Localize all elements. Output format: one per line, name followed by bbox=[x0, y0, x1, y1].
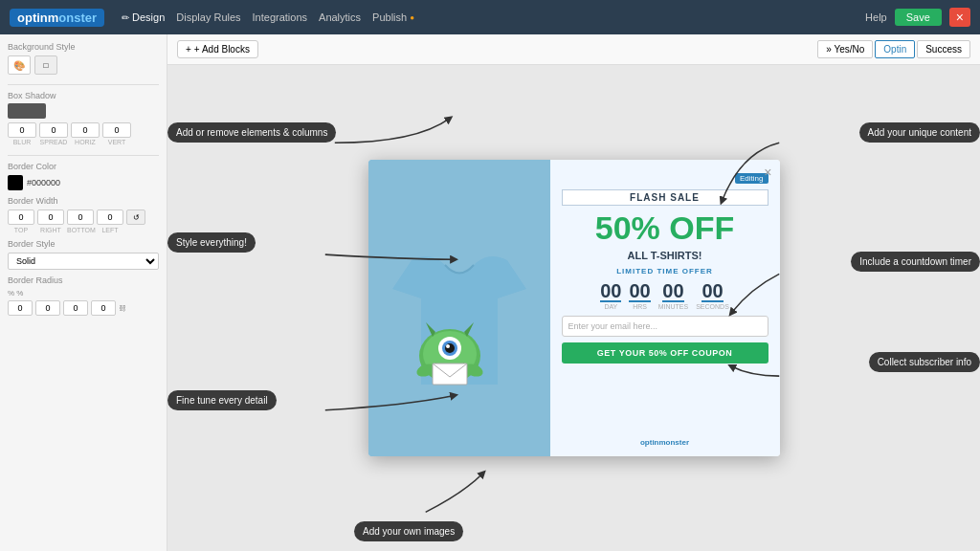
border-left-input[interactable] bbox=[97, 209, 123, 225]
success-tab[interactable]: Success bbox=[917, 40, 970, 58]
shadow-vertical-label: VERT bbox=[108, 139, 126, 145]
pencil-icon: ✏ bbox=[122, 12, 129, 23]
background-style-section: Background Style 🎨 □ bbox=[8, 42, 159, 75]
box-shadow-label: Box Shadow bbox=[8, 91, 159, 100]
nav-integrations[interactable]: Integrations bbox=[253, 11, 307, 23]
callout-subscriber: Collect subscriber info bbox=[869, 352, 980, 372]
br-topright-input[interactable] bbox=[35, 300, 60, 316]
footer-brand: optinmonster bbox=[640, 438, 689, 447]
shadow-inputs: BLUR SPREAD HORIZ VERT bbox=[8, 122, 159, 145]
countdown-hrs-label: HRS bbox=[633, 303, 647, 310]
shadow-vertical-input[interactable] bbox=[102, 122, 131, 138]
box-shadow-section: Box Shadow BLUR SPREAD HORIZ bbox=[8, 91, 159, 145]
shadow-vertical-group: VERT bbox=[102, 122, 131, 145]
countdown-min-label: MINUTES bbox=[658, 303, 689, 310]
center-tabs: » Yes/No Optin Success bbox=[817, 40, 970, 58]
divider-2 bbox=[8, 155, 159, 156]
bg-style-row: 🎨 □ bbox=[8, 55, 159, 75]
border-color-row: #000000 bbox=[8, 175, 159, 190]
br-bottomleft-input[interactable] bbox=[91, 300, 116, 316]
border-radius-pct-label: % % bbox=[8, 289, 23, 298]
flash-sale-bar: FLASH SALE bbox=[562, 189, 768, 206]
border-style-section: Border Style Solid Dashed Dotted None bbox=[8, 239, 159, 270]
cta-button[interactable]: GET YOUR 50% OFF COUPON bbox=[562, 342, 768, 364]
publish-indicator: ● bbox=[410, 13, 414, 22]
main-layout: Background Style 🎨 □ Box Shadow BLUR SPR… bbox=[0, 34, 980, 551]
countdown-day-label: DAY bbox=[604, 303, 617, 310]
email-input[interactable]: Enter your email here... bbox=[562, 316, 768, 337]
border-style-label: Border Style bbox=[8, 239, 159, 249]
border-color-hex: #000000 bbox=[27, 178, 60, 187]
shadow-spread-label: SPREAD bbox=[40, 139, 68, 145]
countdown-day: 00 DAY bbox=[600, 281, 621, 310]
center-content: + + Add Blocks » Yes/No Optin Success × bbox=[167, 34, 980, 551]
border-radius-label: Border Radius bbox=[8, 276, 159, 285]
callout-fine-tune: Fine tune every detail bbox=[167, 390, 277, 410]
callout-countdown: Include a countdown timer bbox=[851, 252, 980, 272]
optin-tab[interactable]: Optin bbox=[875, 40, 915, 58]
border-left-lbl: LEFT bbox=[97, 227, 123, 233]
border-color-swatch[interactable] bbox=[8, 175, 23, 190]
border-width-section: Border Width ↺ TOP RIGHT BOTTOM LEFT bbox=[8, 196, 159, 233]
border-style-select[interactable]: Solid Dashed Dotted None bbox=[8, 253, 159, 270]
border-radius-section: Border Radius % % ⛓ bbox=[8, 276, 159, 316]
border-top-lbl: TOP bbox=[8, 227, 34, 233]
pct-off-heading: 50% OFF bbox=[562, 211, 768, 244]
countdown-sec-value: 00 bbox=[702, 281, 723, 302]
br-topleft-input[interactable] bbox=[8, 300, 33, 316]
help-button[interactable]: Help bbox=[865, 11, 887, 23]
br-bottomright-input[interactable] bbox=[63, 300, 88, 316]
logo-monster: onster bbox=[58, 11, 97, 25]
logo: optinmonster bbox=[10, 9, 104, 27]
countdown-sec-label: SECONDS bbox=[696, 303, 729, 310]
nav-design[interactable]: ✏ Design bbox=[122, 11, 165, 23]
add-blocks-button[interactable]: + + Add Blocks bbox=[177, 40, 258, 58]
popup-area: × bbox=[167, 65, 980, 551]
center-toolbar: + + Add Blocks » Yes/No Optin Success bbox=[167, 34, 980, 65]
nav-publish[interactable]: Publish ● bbox=[372, 11, 414, 23]
nav-display-rules[interactable]: Display Rules bbox=[176, 11, 240, 23]
countdown-hrs-value: 00 bbox=[629, 281, 650, 302]
bg-color-button[interactable]: 🎨 bbox=[8, 55, 31, 75]
br-link-icon: ⛓ bbox=[119, 300, 138, 316]
nav-analytics[interactable]: Analytics bbox=[319, 11, 361, 23]
countdown-timer: 00 DAY 00 HRS 00 MINUTES 00 bbox=[562, 281, 768, 310]
countdown-hrs: 00 HRS bbox=[629, 281, 650, 310]
callout-add-remove: Add or remove elements & columns bbox=[167, 122, 336, 143]
topbar-right: Help Save × bbox=[865, 8, 970, 27]
border-reset-button[interactable]: ↺ bbox=[126, 209, 145, 225]
limited-offer-label: LIMITED TIME OFFER bbox=[562, 267, 768, 276]
yes-no-tab[interactable]: » Yes/No bbox=[817, 40, 873, 58]
border-input-labels: TOP RIGHT BOTTOM LEFT bbox=[8, 227, 159, 233]
save-button[interactable]: Save bbox=[895, 9, 942, 26]
popup-right-panel: Editing FLASH SALE 50% OFF ALL T-SHIRTS!… bbox=[550, 160, 780, 456]
svg-point-5 bbox=[446, 344, 450, 348]
shadow-horizontal-group: HORIZ bbox=[71, 122, 100, 145]
shadow-spread-input[interactable] bbox=[39, 122, 68, 138]
popup-footer: optinmonster bbox=[562, 438, 768, 447]
svg-point-4 bbox=[445, 343, 455, 353]
callout-style: Style everything! bbox=[167, 232, 256, 253]
shadow-horizontal-input[interactable] bbox=[71, 122, 100, 138]
border-top-input[interactable] bbox=[8, 209, 34, 225]
popup-close-button[interactable]: × bbox=[764, 165, 771, 180]
shadow-horizontal-label: HORIZ bbox=[75, 139, 96, 145]
callout-images: Add your own images bbox=[354, 521, 463, 541]
bg-style-label: Background Style bbox=[8, 42, 159, 52]
divider-1 bbox=[8, 84, 159, 85]
topbar-nav: ✏ Design Display Rules Integrations Anal… bbox=[122, 11, 414, 23]
shadow-blur-input[interactable] bbox=[8, 122, 36, 138]
border-radius-inputs: ⛓ bbox=[8, 300, 159, 316]
topbar: optinmonster ✏ Design Display Rules Inte… bbox=[0, 0, 980, 34]
border-bottom-input[interactable] bbox=[67, 209, 94, 225]
tshirt-area bbox=[368, 160, 550, 456]
all-tshirts-text: ALL T-SHIRTS! bbox=[562, 250, 768, 261]
shadow-blur-group: BLUR bbox=[8, 122, 36, 145]
countdown-minutes: 00 MINUTES bbox=[658, 281, 689, 310]
border-right-lbl: RIGHT bbox=[37, 227, 64, 233]
close-button[interactable]: × bbox=[949, 8, 970, 27]
border-right-input[interactable] bbox=[37, 209, 64, 225]
bg-image-button[interactable]: □ bbox=[34, 55, 57, 75]
countdown-day-value: 00 bbox=[600, 281, 621, 302]
shadow-color-swatch[interactable] bbox=[8, 103, 46, 119]
